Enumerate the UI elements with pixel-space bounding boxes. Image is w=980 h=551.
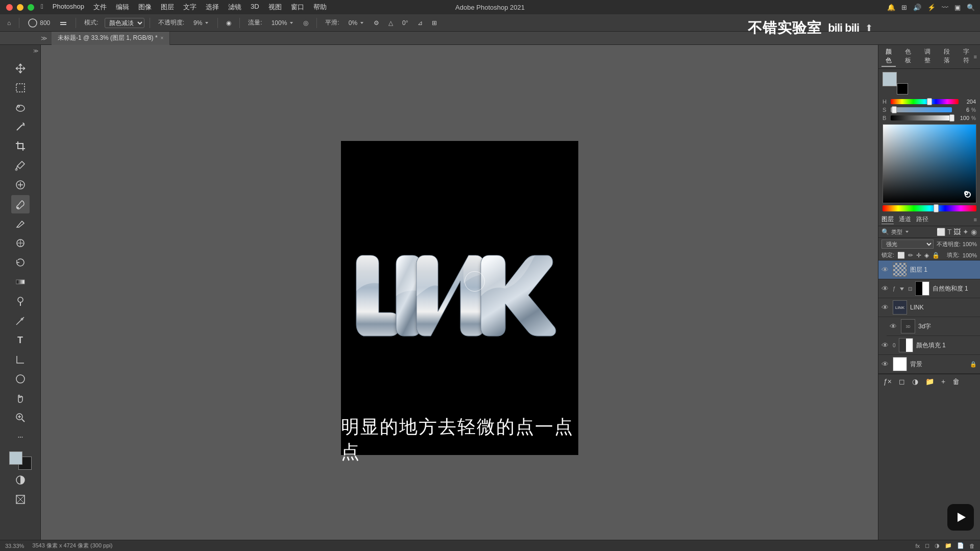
color-picker-gradient[interactable] bbox=[883, 124, 976, 203]
notification-icon[interactable]: 🔔 bbox=[887, 4, 895, 11]
blend-mode-select[interactable]: 颜色减淡 bbox=[105, 18, 144, 28]
tool-crop[interactable] bbox=[11, 137, 30, 155]
foreground-color-swatch[interactable] bbox=[9, 451, 22, 465]
tool-frame[interactable] bbox=[11, 490, 30, 509]
apple-icon[interactable]:  bbox=[41, 3, 43, 12]
home-button[interactable]: ⌂ bbox=[4, 18, 14, 28]
layer-mask-btn[interactable]: ◻ bbox=[897, 376, 907, 387]
layer-item-1[interactable]: 👁 图层 1 bbox=[878, 260, 980, 279]
layers-panel-menu[interactable]: ≡ bbox=[974, 217, 977, 223]
tool-gradient[interactable] bbox=[11, 273, 30, 291]
opacity-value[interactable]: 100% bbox=[963, 241, 977, 247]
h-value[interactable]: 204 bbox=[961, 99, 976, 105]
menu-window[interactable]: 窗口 bbox=[291, 3, 304, 12]
tool-more[interactable]: ··· bbox=[11, 428, 30, 446]
tool-text[interactable]: T bbox=[11, 331, 30, 349]
tool-pen[interactable] bbox=[11, 312, 30, 330]
layer-vis-1[interactable]: 👁 bbox=[881, 266, 890, 274]
layers-type-label[interactable]: 类型 bbox=[891, 228, 902, 236]
menu-help[interactable]: 帮助 bbox=[313, 3, 327, 12]
layer-new-btn[interactable]: + bbox=[939, 376, 947, 387]
menu-edit[interactable]: 编辑 bbox=[116, 3, 129, 12]
background-swatch[interactable] bbox=[897, 83, 908, 94]
tool-lasso[interactable] bbox=[11, 98, 30, 116]
color-selector[interactable] bbox=[9, 451, 32, 470]
status-group-btn[interactable]: 📁 bbox=[945, 542, 952, 549]
layer-item-6[interactable]: 👁 背景 🔒 bbox=[878, 355, 980, 374]
lock-icon-transparent[interactable]: ⬜ bbox=[897, 252, 905, 259]
lock-icon-all[interactable]: 🔒 bbox=[932, 252, 940, 259]
tab-swatches[interactable]: 色板 bbox=[901, 46, 915, 67]
pressure-icon[interactable]: ⊿ bbox=[414, 18, 426, 28]
layers-filter-icons[interactable]: ⬜ T 🖼 ✦ ◉ bbox=[937, 228, 977, 236]
layer-vis-3[interactable]: 👁 bbox=[881, 303, 890, 312]
tab-character[interactable]: 字符 bbox=[959, 46, 973, 67]
bluetooth-icon[interactable]: ⚡ bbox=[927, 4, 936, 11]
menu-file[interactable]: 文件 bbox=[93, 3, 107, 12]
tool-brush[interactable] bbox=[11, 195, 30, 213]
brush-options[interactable] bbox=[56, 18, 70, 28]
wifi-icon[interactable]: 〰 bbox=[942, 4, 948, 11]
saturation-slider[interactable] bbox=[891, 107, 952, 112]
search-icon-top[interactable]: 🔍 bbox=[967, 4, 975, 11]
layer-vis-4[interactable]: 👁 bbox=[890, 322, 898, 330]
layer-vis-6[interactable]: 👁 bbox=[881, 360, 890, 368]
canvas-area[interactable]: 明显的地方去轻微的点一点点 bbox=[41, 45, 878, 551]
close-button[interactable] bbox=[6, 4, 13, 11]
lock-icon-artboard[interactable]: ◈ bbox=[924, 252, 929, 259]
hue-bar[interactable] bbox=[883, 205, 976, 211]
layer-fx-btn[interactable]: ƒ× bbox=[881, 376, 894, 387]
status-delete[interactable]: 🗑 bbox=[969, 543, 975, 549]
type-chevron[interactable] bbox=[904, 229, 910, 234]
tab-paths[interactable]: 路径 bbox=[916, 215, 928, 224]
layer-item-4[interactable]: 👁 3D 3d字 bbox=[887, 317, 980, 336]
panel-toggle[interactable]: ≫ bbox=[41, 35, 47, 42]
tab-close[interactable]: × bbox=[161, 35, 164, 41]
share-icon[interactable]: ⬆ bbox=[865, 22, 873, 34]
bright-thumb[interactable] bbox=[949, 114, 954, 122]
tool-history[interactable] bbox=[11, 253, 30, 272]
lock-icon-draw[interactable]: ✏ bbox=[908, 252, 913, 259]
hue-bar-thumb[interactable] bbox=[934, 204, 939, 212]
layer-item-3[interactable]: 👁 LINK LINK bbox=[878, 298, 980, 317]
angle-icon[interactable]: △ bbox=[385, 18, 396, 28]
grid-icon[interactable]: ⊞ bbox=[901, 4, 907, 11]
status-adj-btn[interactable]: ◑ bbox=[935, 542, 940, 549]
tool-move[interactable] bbox=[11, 59, 30, 78]
menu-image[interactable]: 图像 bbox=[138, 3, 152, 12]
tab-layers[interactable]: 图层 bbox=[881, 215, 894, 224]
angle-value[interactable]: 0° bbox=[399, 18, 411, 28]
b-value[interactable]: 100 bbox=[954, 115, 969, 121]
airbrush-icon[interactable]: ◉ bbox=[223, 18, 234, 28]
layer-vis-2[interactable]: 👁 bbox=[881, 284, 890, 293]
tab-channels[interactable]: 通道 bbox=[899, 215, 911, 224]
minimize-button[interactable] bbox=[17, 4, 23, 11]
tool-dodge[interactable] bbox=[11, 292, 30, 310]
flow-value[interactable]: 100% bbox=[268, 18, 298, 28]
bilibili-player-btn[interactable] bbox=[947, 504, 974, 531]
tool-clone[interactable] bbox=[11, 234, 30, 252]
tool-select-rect[interactable] bbox=[11, 79, 30, 97]
tab-color[interactable]: 颜色 bbox=[881, 46, 896, 67]
smooth-settings[interactable]: ⚙ bbox=[371, 18, 382, 28]
lock-icon-move[interactable]: ✛ bbox=[916, 252, 921, 259]
maximize-button[interactable] bbox=[28, 4, 34, 11]
layers-search-icon[interactable]: 🔍 bbox=[881, 228, 889, 235]
layer-group-btn[interactable]: 📁 bbox=[923, 376, 936, 387]
document-tab[interactable]: 未标题-1 @ 33.3% (图层 1, RGB/8) * × bbox=[52, 32, 170, 45]
canvas[interactable] bbox=[341, 141, 578, 455]
menu-view[interactable]: 视图 bbox=[268, 3, 282, 12]
hue-slider[interactable] bbox=[891, 99, 959, 104]
toolbar-toggle[interactable]: ≫ bbox=[0, 48, 40, 58]
menu-filter[interactable]: 滤镜 bbox=[228, 3, 241, 12]
brush-preset[interactable]: 800 bbox=[24, 17, 53, 29]
layer-adjustment-btn[interactable]: ◑ bbox=[910, 376, 920, 387]
menu-text[interactable]: 文字 bbox=[183, 3, 197, 12]
status-mask-btn[interactable]: ◻ bbox=[925, 542, 929, 549]
sat-thumb[interactable] bbox=[892, 106, 897, 113]
foreground-swatch[interactable] bbox=[883, 72, 897, 86]
menu-3d[interactable]: 3D bbox=[251, 3, 259, 12]
menu-select[interactable]: 选择 bbox=[206, 3, 219, 12]
s-value[interactable]: 6 bbox=[954, 107, 969, 113]
tool-heal[interactable] bbox=[11, 176, 30, 194]
